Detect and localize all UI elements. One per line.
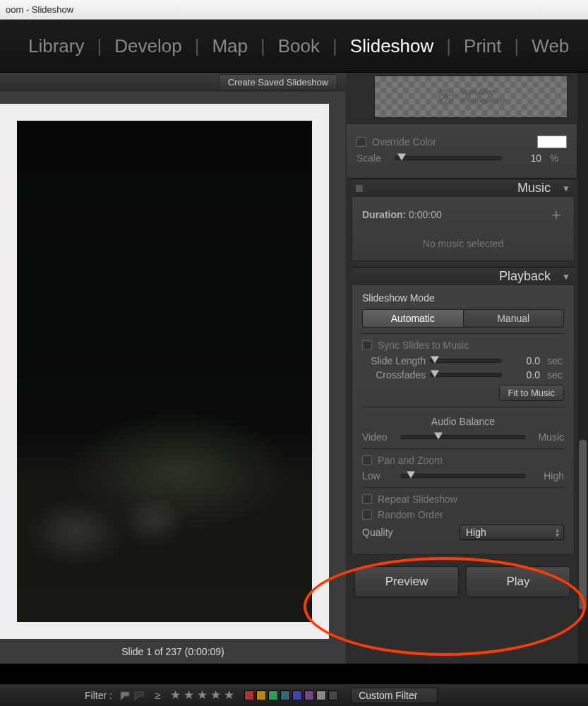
filter-label: Filter :	[85, 690, 112, 701]
slideshow-mode-label: Slideshow Mode	[362, 292, 564, 304]
slide-length-value: 0.0	[506, 355, 540, 366]
slide-counter: Slide 1 of 237 (0:00:09)	[0, 639, 346, 664]
fit-to-music-button[interactable]: Fit to Music	[499, 385, 564, 401]
repeat-checkbox[interactable]	[362, 494, 372, 504]
window-titlebar: oom - Slideshow	[0, 0, 588, 20]
color-label-swatch[interactable]	[292, 690, 302, 700]
right-panel-column: MarkAllenPhotography Override Color Scal…	[346, 73, 588, 664]
module-library[interactable]: Library	[24, 35, 88, 57]
watermark-text-bottom: Photography	[461, 97, 505, 105]
rating-filter[interactable]: ★★★★★	[170, 688, 237, 702]
crossfades-label: Crossfades	[362, 369, 426, 381]
scale-label: Scale	[356, 152, 389, 164]
svg-marker-1	[121, 692, 129, 700]
module-book[interactable]: Book	[274, 35, 324, 57]
slide-length-label: Slide Length	[362, 355, 426, 366]
pan-zoom-slider[interactable]	[400, 474, 526, 478]
color-label-swatch[interactable]	[268, 690, 278, 700]
color-label-swatch[interactable]	[256, 690, 266, 700]
crossfades-unit: sec	[547, 369, 564, 381]
color-label-swatch[interactable]	[328, 690, 338, 700]
music-enable-switch[interactable]	[356, 185, 363, 192]
module-web[interactable]: Web	[527, 35, 573, 57]
add-music-button[interactable]: ＋	[548, 204, 564, 225]
audio-balance-slider[interactable]	[400, 435, 526, 439]
scale-slider[interactable]	[395, 156, 502, 160]
random-order-checkbox[interactable]	[362, 510, 372, 520]
module-develop[interactable]: Develop	[110, 35, 186, 57]
module-picker: Library| Develop| Map| Book| Slideshow| …	[0, 20, 588, 73]
flag-filter[interactable]	[119, 690, 145, 700]
crossfades-slider[interactable]	[430, 373, 502, 377]
slide-frame	[0, 104, 329, 639]
pan-zoom-label: Pan and Zoom	[378, 455, 564, 466]
repeat-label: Repeat Slideshow	[378, 493, 564, 505]
module-slideshow[interactable]: Slideshow	[346, 35, 438, 57]
scale-unit: %	[550, 152, 567, 164]
color-label-swatch[interactable]	[244, 690, 254, 700]
aperture-icon	[437, 88, 455, 106]
playback-title: Playback	[499, 269, 551, 284]
color-label-swatch[interactable]	[316, 690, 326, 700]
quality-value: High	[466, 527, 486, 538]
crossfades-value: 0.0	[506, 369, 540, 381]
color-label-swatch[interactable]	[280, 690, 290, 700]
pan-high-label: High	[532, 470, 564, 481]
chevron-updown-icon: ▴▾	[556, 527, 559, 537]
rating-comparison-icon[interactable]: ≥	[155, 689, 160, 701]
flag-pick-icon[interactable]	[119, 690, 131, 700]
balance-left-label: Video	[362, 431, 395, 443]
canvas-column: Create Saved Slideshow Slide 1 of 237 (0…	[0, 73, 346, 664]
create-saved-bar: Create Saved Slideshow	[0, 73, 346, 92]
music-title: Music	[517, 181, 551, 196]
override-color-swatch[interactable]	[537, 136, 567, 148]
sync-slides-label: Sync Slides to Music	[378, 340, 564, 351]
filter-preset-dropdown[interactable]: Custom Filter	[351, 688, 438, 703]
create-saved-slideshow-button[interactable]: Create Saved Slideshow	[219, 74, 337, 90]
slide-photo	[17, 121, 312, 622]
scrollbar-thumb[interactable]	[579, 440, 587, 609]
music-empty-label: No music selected	[362, 238, 564, 249]
color-label-swatch[interactable]	[304, 690, 314, 700]
color-label-filter	[244, 690, 338, 700]
playback-panel: Playback ▼ Slideshow Mode Automatic Manu…	[352, 267, 575, 555]
override-color-label: Override Color	[372, 136, 532, 148]
module-map[interactable]: Map	[208, 35, 252, 57]
sync-slides-checkbox[interactable]	[362, 340, 372, 350]
quality-dropdown[interactable]: High ▴▾	[460, 525, 564, 540]
playback-panel-header[interactable]: Playback ▼	[352, 267, 575, 285]
slide-length-slider[interactable]	[430, 359, 502, 363]
slideshow-mode-segment: Automatic Manual	[362, 309, 564, 328]
filter-bar: Filter : ≥ ★★★★★ Custom Filter	[0, 683, 588, 706]
audio-balance-label: Audio Balance	[362, 416, 564, 427]
music-panel: Music ▼ Duration: 0:00:00 ＋ No music sel…	[352, 179, 575, 261]
music-duration-value: 0:00:00	[409, 209, 442, 220]
window-title: oom - Slideshow	[6, 4, 73, 15]
flag-reject-icon[interactable]	[133, 690, 145, 700]
music-panel-header[interactable]: Music ▼	[352, 179, 575, 197]
chevron-down-icon: ▼	[562, 272, 570, 282]
slide-length-unit: sec	[547, 355, 564, 366]
play-button[interactable]: Play	[466, 566, 570, 597]
override-color-checkbox[interactable]	[356, 137, 366, 147]
svg-marker-2	[135, 692, 143, 700]
pan-low-label: Low	[362, 470, 395, 481]
mode-automatic-button[interactable]: Automatic	[362, 309, 464, 328]
scale-value: 10	[508, 152, 541, 164]
music-duration-label: Duration:	[362, 209, 406, 220]
random-order-label: Random Order	[378, 509, 564, 520]
module-print[interactable]: Print	[460, 35, 505, 57]
chevron-down-icon: ▼	[562, 184, 570, 193]
slide-canvas[interactable]	[0, 92, 346, 639]
preview-button[interactable]: Preview	[354, 566, 459, 597]
watermark-preview[interactable]: MarkAllenPhotography	[374, 76, 568, 118]
quality-label: Quality	[362, 527, 404, 538]
balance-right-label: Music	[532, 431, 564, 443]
right-panel-scrollbar[interactable]	[577, 73, 588, 664]
pan-zoom-checkbox[interactable]	[362, 455, 372, 465]
mode-manual-button[interactable]: Manual	[464, 309, 565, 328]
